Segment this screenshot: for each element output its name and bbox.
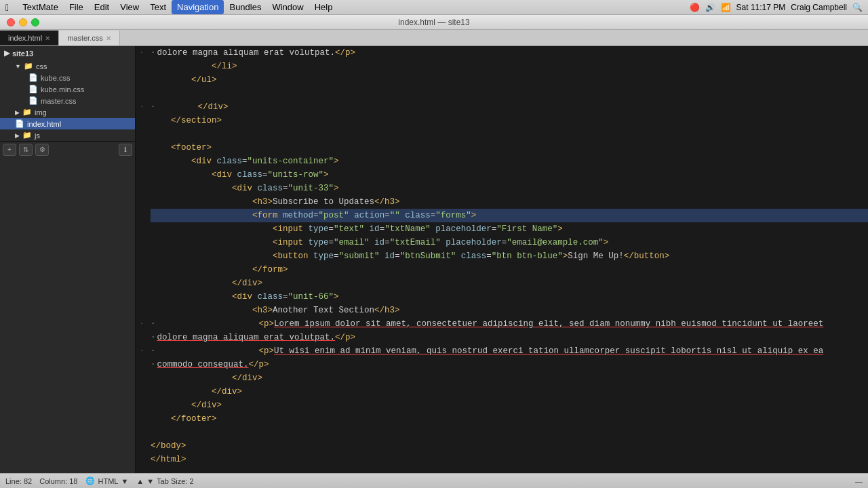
tab-close-master[interactable]: ✕	[106, 35, 111, 42]
sidebar: ▶ site13 ▼ 📁 css 📄 kube.css 📄 kube.min.c…	[0, 46, 136, 473]
menu-help[interactable]: Help	[309, 0, 338, 14]
tab-label-master: master.css	[67, 34, 103, 42]
sidebar-move-btn[interactable]: ⇅	[19, 144, 33, 156]
status-line-col: Line: 82 Column: 18	[5, 477, 77, 485]
tab-bar: index.html ✕ master.css ✕	[0, 30, 868, 46]
code-line-27: </div>	[151, 399, 868, 412]
sidebar-project: ▶ site13	[0, 46, 135, 60]
main-window: index.html — site13 index.html ✕ master.…	[0, 15, 868, 488]
code-line-30: </body>	[151, 439, 868, 453]
folder-arrow-img: ▶	[15, 109, 20, 116]
sidebar-file-index-html[interactable]: 📄 index.html	[0, 118, 135, 129]
menu-text[interactable]: Text	[144, 0, 172, 14]
folder-icon-css: 📁	[24, 62, 33, 70]
minimize-button[interactable]	[19, 18, 27, 26]
menu-navigation[interactable]: Navigation	[172, 0, 224, 14]
sidebar-file-kube-css[interactable]: 📄 kube.css	[0, 72, 135, 83]
menu-bundles[interactable]: Bundles	[224, 0, 267, 14]
menu-search-icon[interactable]: 🔍	[852, 3, 863, 12]
wrap-indicator-3: ·	[151, 317, 156, 331]
sidebar-info-btn[interactable]: ℹ	[119, 144, 132, 156]
code-line-10: <div class="units-row">	[151, 168, 868, 182]
tab-label-index: index.html	[8, 34, 42, 42]
code-line-31: </html>	[151, 453, 868, 466]
sidebar-file-master-css[interactable]: 📄 master.css	[0, 95, 135, 106]
code-line-9: <div class="units-container">	[151, 155, 868, 168]
code-line-13: <form method="post" action="" class="for…	[151, 209, 868, 222]
file-icon-master-css: 📄	[28, 96, 38, 105]
status-tab-size-selector[interactable]: ▲ ▼ Tab Size: 2	[136, 477, 193, 485]
wrap-indicator-4: ·	[151, 344, 156, 358]
status-tab-chevron-down: ▼	[146, 477, 154, 485]
file-label-kube-min: kube.min.css	[41, 85, 84, 94]
menu-audio-icon: 🔊	[705, 3, 715, 12]
folder-icon-js: 📁	[22, 131, 32, 140]
editor-content: · ·	[136, 46, 868, 473]
maximize-button[interactable]	[31, 18, 39, 26]
file-label-master-css: master.css	[41, 97, 77, 105]
menu-wifi-icon: 📶	[721, 3, 731, 12]
tab-master-css[interactable]: master.css ✕	[59, 30, 120, 45]
code-line-14: <input type="text" id="txtName" placehol…	[151, 222, 868, 236]
titlebar: index.html — site13	[0, 15, 868, 30]
menu-edit[interactable]: Edit	[89, 0, 115, 14]
tab-close-index[interactable]: ✕	[45, 35, 50, 42]
sidebar-folder-js[interactable]: ▶ 📁 js	[0, 129, 135, 141]
code-line-18: </div>	[151, 277, 868, 290]
file-icon-index: 📄	[15, 119, 24, 128]
close-button[interactable]	[7, 18, 15, 26]
status-language: HTML	[98, 477, 118, 485]
apple-menu[interactable]: 	[5, 2, 9, 13]
content-area: ▶ site13 ▼ 📁 css 📄 kube.css 📄 kube.min.c…	[0, 46, 868, 473]
folder-label-js: js	[35, 131, 40, 140]
code-line-24: · commodo consequat.</p>	[151, 358, 868, 371]
fold-column: · ·	[136, 46, 148, 473]
code-line-6: </section>	[151, 114, 868, 127]
code-line-4	[151, 87, 868, 100]
menu-user: Craig Campbell	[791, 3, 847, 12]
wrap-dot-cont1: ·	[151, 331, 156, 344]
sidebar-folder-img[interactable]: ▶ 📁 img	[0, 106, 135, 118]
menu-bar:  TextMate File Edit View Text Navigatio…	[0, 0, 868, 15]
status-line: Line: 82	[5, 477, 32, 485]
code-line-20: <h3>Another Text Section</h3>	[151, 304, 868, 317]
code-line-1: · dolore magna aliquam erat volutpat.</p…	[151, 46, 868, 60]
code-line-2: </li>	[151, 60, 868, 73]
folder-icon-img: 📁	[22, 108, 32, 117]
sidebar-toolbar: + ⇅ ⚙ ℹ	[0, 141, 135, 157]
wrap-indicator: ·	[151, 46, 156, 60]
folder-arrow-css: ▼	[15, 63, 21, 70]
code-line-21: · <p>Lorem ipsum dolor sit amet, consect…	[151, 317, 868, 331]
sidebar-add-btn[interactable]: +	[3, 144, 16, 156]
file-label-kube-css: kube.css	[41, 74, 70, 82]
window-title: index.html — site13	[398, 18, 469, 27]
sidebar-folder-css[interactable]: ▼ 📁 css	[0, 60, 135, 72]
menu-textmate[interactable]: TextMate	[17, 0, 64, 14]
status-dash: —	[855, 477, 863, 485]
sidebar-file-kube-min-css[interactable]: 📄 kube.min.css	[0, 83, 135, 95]
status-tab-chevron-up: ▲	[136, 477, 144, 485]
menu-file[interactable]: File	[64, 0, 89, 14]
status-language-icon: 🌐	[85, 476, 95, 485]
file-icon-kube-min: 📄	[28, 85, 38, 94]
menu-view[interactable]: View	[115, 0, 144, 14]
status-column: Column: 18	[39, 477, 77, 485]
code-line-19: <div class="unit-66">	[151, 290, 868, 304]
code-area[interactable]: · dolore magna aliquam erat volutpat.</p…	[148, 46, 868, 473]
project-label: site13	[12, 49, 33, 58]
tab-index-html[interactable]: index.html ✕	[0, 30, 59, 45]
editor[interactable]: · ·	[136, 46, 868, 473]
code-line-16: <button type="submit" id="btnSubmit" cla…	[151, 249, 868, 263]
menu-window[interactable]: Window	[267, 0, 309, 14]
file-label-index: index.html	[27, 120, 61, 128]
sidebar-settings-btn[interactable]: ⚙	[35, 144, 49, 156]
folder-arrow-js: ▶	[15, 132, 20, 139]
status-lang-chevron: ▼	[121, 477, 128, 485]
wrap-dot-cont2: ·	[151, 358, 156, 371]
menu-battery-icon: 🔴	[690, 3, 700, 12]
status-language-selector[interactable]: 🌐 HTML ▼	[85, 476, 128, 485]
code-line-11: <div class="unit-33">	[151, 182, 868, 195]
code-line-22: · dolore magna aliquam erat volutpat.</p…	[151, 331, 868, 344]
code-line-26: </div>	[151, 385, 868, 399]
folder-label-img: img	[35, 108, 47, 117]
